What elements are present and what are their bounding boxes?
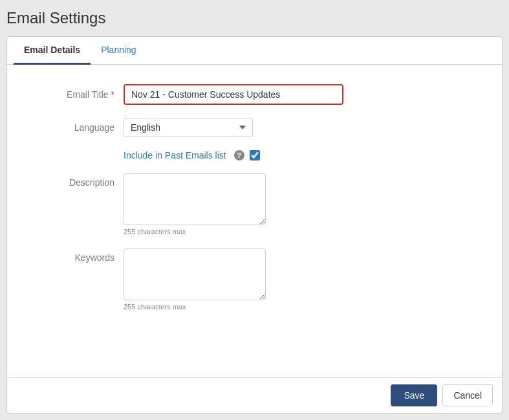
language-label: Language — [20, 122, 124, 133]
tab-content-email-details: Email Title * Language English French Sp… — [7, 65, 502, 377]
cancel-button[interactable]: Cancel — [442, 384, 493, 406]
footer: Save Cancel — [7, 377, 502, 413]
keywords-char-limit: 255 characters max — [124, 303, 266, 311]
keywords-wrapper: 255 characters max — [124, 249, 266, 311]
include-label: Include in Past Emails list — [124, 150, 226, 160]
save-button[interactable]: Save — [391, 384, 437, 406]
include-checkbox-wrapper: Include in Past Emails list ? — [124, 150, 260, 160]
include-past-emails-row: Include in Past Emails list ? — [20, 150, 489, 160]
description-label: Description — [20, 173, 124, 188]
page-title: Email Settings — [6, 6, 503, 30]
tab-bar: Email Details Planning — [7, 37, 502, 65]
keywords-row: Keywords 255 characters max — [20, 249, 489, 311]
description-wrapper: 255 characters max — [124, 173, 266, 236]
tab-email-details[interactable]: Email Details — [14, 37, 91, 65]
keywords-label: Keywords — [20, 249, 124, 263]
description-char-limit: 255 characters max — [124, 228, 266, 236]
email-title-label: Email Title * — [20, 89, 124, 100]
email-title-row: Email Title * — [20, 84, 489, 105]
email-title-input[interactable] — [124, 84, 343, 105]
include-checkbox[interactable] — [250, 150, 260, 160]
keywords-textarea[interactable] — [124, 249, 266, 300]
tab-planning[interactable]: Planning — [91, 37, 147, 65]
help-icon[interactable]: ? — [234, 150, 244, 160]
description-textarea[interactable] — [124, 173, 266, 225]
description-row: Description 255 characters max — [20, 173, 489, 236]
required-star: * — [111, 89, 114, 100]
language-select[interactable]: English French Spanish German — [124, 118, 253, 137]
language-row: Language English French Spanish German — [20, 118, 489, 137]
main-card: Email Details Planning Email Title * Lan… — [6, 36, 503, 414]
